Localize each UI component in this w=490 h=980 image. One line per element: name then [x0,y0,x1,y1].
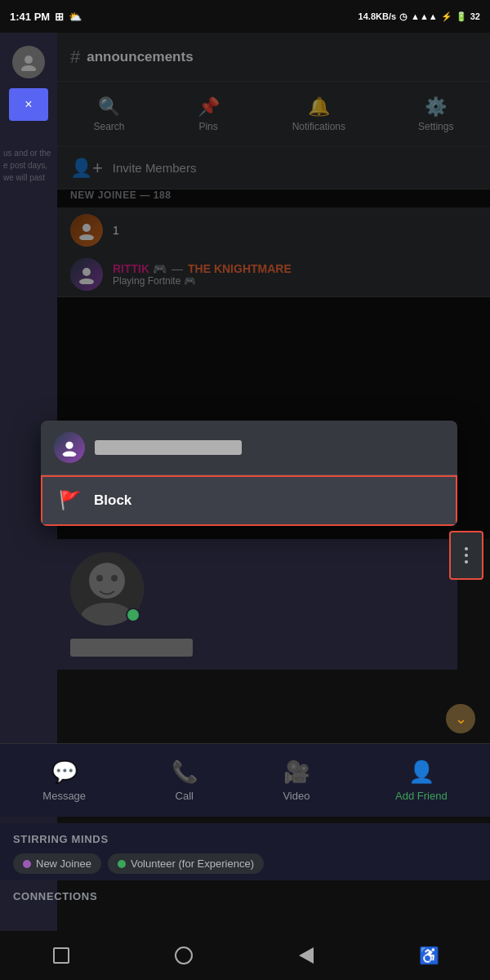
channel-name: announcements [87,49,193,65]
battery-level: 32 [470,11,480,21]
svg-point-6 [65,442,73,449]
member-row-1[interactable]: 1 [57,207,490,252]
status-right: 14.8KB/s ◷ ▲▲▲ ⚡ 🔋 32 [359,11,480,22]
vertical-dots-icon [465,547,468,564]
accessibility-icon: ♿ [419,946,439,965]
bottom-nav: ♿ [0,931,490,980]
toolbar-pins[interactable]: 📌 Pins [198,96,220,132]
action-call[interactable]: 📞 Call [172,760,198,802]
toolbar-search[interactable]: 🔍 Search [94,96,125,132]
clock-icon: ◷ [399,11,408,22]
member-info-2: RITTIK 🎮 — THE KNIGHTMARE Playing Fortni… [113,262,292,287]
context-menu-header [41,421,457,475]
stirring-chips: New Joinee Volunteer (for Experience) [13,853,477,874]
context-menu: 🚩 Block [41,421,457,526]
three-dot-menu-button[interactable] [449,531,483,580]
message-label: Message [42,790,86,802]
sidebar-close-button[interactable]: × [9,88,48,121]
svg-point-5 [79,278,94,284]
channel-header: # announcements [57,33,490,82]
dot-1 [465,547,468,550]
scroll-down-button[interactable]: ⌄ [446,704,475,733]
add-friend-icon: 👤 [408,760,434,785]
action-bar: 💬 Message 📞 Call 🎥 Video 👤 Add Friend [0,743,490,817]
svg-point-12 [111,575,118,581]
context-menu-username-bar [95,440,242,455]
context-menu-user-avatar [54,432,85,463]
back-triangle-icon [299,947,314,964]
svg-point-1 [21,65,36,71]
pins-label: Pins [198,121,217,132]
svg-point-2 [82,224,91,232]
video-label: Video [283,790,310,802]
cloud-icon: ⛅ [69,11,82,23]
chip-new-joinee[interactable]: New Joinee [13,853,101,874]
block-flag-icon: 🚩 [59,490,81,511]
svg-point-4 [82,268,91,276]
svg-point-7 [63,452,77,457]
block-menu-item[interactable]: 🚩 Block [41,475,457,526]
svg-point-9 [89,563,125,599]
video-icon: 🎥 [283,760,310,785]
profile-name-bar [70,639,193,657]
battery-icon: 🔋 [456,11,467,22]
add-friend-label: Add Friend [395,790,448,802]
section-label: NEW JOINEE — 188 [70,189,172,201]
square-icon [53,947,69,964]
chip-dot-2 [118,860,126,868]
toolbar-notifications[interactable]: 🔔 Notifications [292,96,345,132]
member-info-1: 1 [113,224,119,237]
stirring-minds-section: STIRRING MINDS New Joinee Volunteer (for… [0,823,490,880]
member-name-rittik: RITTIK 🎮 [113,262,167,275]
member-avatar-1 [70,214,103,247]
time-display: 1:41 PM [10,11,50,23]
pin-icon: 📌 [198,96,220,118]
notifications-label: Notifications [292,121,345,132]
channel-hash-icon: # [70,47,80,68]
channel-toolbar: 🔍 Search 📌 Pins 🔔 Notifications ⚙️ Setti… [57,82,490,147]
message-icon: 💬 [51,760,78,785]
toolbar-settings[interactable]: ⚙️ Settings [418,96,453,132]
member-name-row-2: RITTIK 🎮 — THE KNIGHTMARE [113,262,292,275]
status-bar: 1:41 PM ⊞ ⛅ 14.8KB/s ◷ ▲▲▲ ⚡ 🔋 32 [0,0,490,33]
invite-members-row[interactable]: 👤+ Invite Members [57,147,490,189]
sidebar-avatar[interactable] [12,46,45,78]
dot-3 [465,560,468,564]
settings-label: Settings [418,121,453,132]
call-label: Call [176,790,194,802]
action-message[interactable]: 💬 Message [42,760,86,802]
profile-avatar-container [70,552,144,626]
nav-home-button[interactable] [47,941,76,970]
bell-icon: 🔔 [308,96,330,118]
nav-recents-button[interactable] [292,941,321,970]
action-video[interactable]: 🎥 Video [283,760,310,802]
svg-point-11 [96,575,103,581]
profile-section [57,539,457,670]
sim-icon: ⊞ [55,11,64,23]
background-text: us and or the e post days, we will past [3,147,57,184]
stirring-minds-title: STIRRING MINDS [13,833,477,845]
signal-icon: ▲▲▲ [411,11,438,21]
wifi-icon: ⚡ [441,11,452,22]
nav-accessibility-button[interactable]: ♿ [414,941,443,970]
chip-label-1: New Joinee [36,858,91,870]
svg-point-0 [24,56,33,64]
network-speed: 14.8KB/s [359,11,396,21]
search-icon: 🔍 [98,96,120,118]
chip-volunteer[interactable]: Volunteer (for Experience) [108,853,264,874]
call-icon: 📞 [172,760,198,785]
connections-label: CONNECTIONS [13,890,97,902]
invite-members-label: Invite Members [113,161,197,175]
dot-2 [465,554,468,557]
member-row-2[interactable]: RITTIK 🎮 — THE KNIGHTMARE Playing Fortni… [57,252,490,297]
member-name-1: 1 [113,224,119,237]
chip-dot-1 [23,860,31,868]
member-status-2: Playing Fortnite 🎮 [113,275,292,287]
member-separator: — [172,262,183,275]
search-label: Search [94,121,125,132]
nav-back-button[interactable] [169,941,198,970]
gear-icon: ⚙️ [425,96,447,118]
invite-icon: 👤+ [70,158,103,179]
member-name-knightmare: THE KNIGHTMARE [188,262,292,275]
action-add-friend[interactable]: 👤 Add Friend [395,760,448,802]
